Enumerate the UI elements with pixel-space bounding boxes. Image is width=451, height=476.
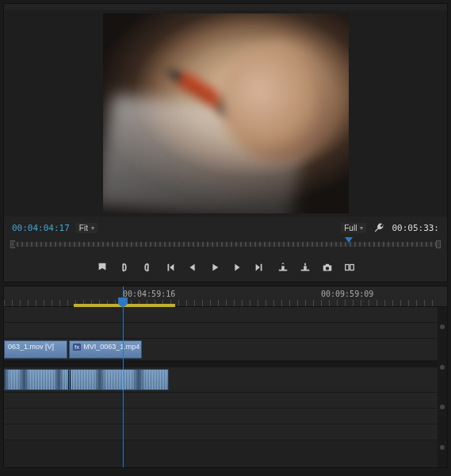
fx-badge-icon: fx [73, 344, 81, 351]
play-button[interactable] [208, 261, 221, 274]
track-v2[interactable] [4, 323, 438, 339]
lift-button[interactable] [277, 261, 289, 274]
step-forward-button[interactable] [231, 261, 243, 274]
scroll-handle-icon[interactable] [440, 445, 445, 450]
svg-rect-0 [345, 265, 348, 271]
add-marker-button[interactable] [96, 261, 109, 274]
transport-controls [4, 255, 447, 282]
fit-label: Fit [79, 224, 88, 232]
svg-rect-1 [350, 265, 353, 271]
video-frame [103, 13, 349, 213]
track-v1[interactable]: 063_1.mov [V]fxMVI_0063_1.mp4 [V] [4, 339, 438, 361]
scrub-track[interactable] [12, 242, 439, 247]
clip-label: MVI_0063_1.mp4 [V] [83, 343, 142, 351]
zoom-fit-dropdown[interactable]: Fit ▾ [76, 223, 97, 233]
ruler-timecode: 00:09:59:09 [321, 290, 373, 298]
video-clip[interactable]: fxMVI_0063_1.mp4 [V] [69, 340, 142, 359]
track-spacer [4, 361, 438, 367]
track-a1[interactable] [4, 367, 438, 393]
export-frame-button[interactable] [321, 261, 334, 274]
program-scrub-bar[interactable] [12, 237, 439, 255]
scroll-handle-icon[interactable] [440, 324, 445, 329]
chevron-down-icon: ▾ [91, 225, 94, 232]
track-a3[interactable] [4, 409, 438, 424]
scroll-handle-icon[interactable] [440, 405, 445, 409]
video-clip[interactable]: 063_1.mov [V] [4, 340, 67, 359]
clip-cut [68, 370, 69, 390]
resolution-label: Full [344, 224, 357, 232]
ruler-timecode: 00:04:59:16 [123, 290, 175, 298]
scrub-handle-right[interactable] [436, 240, 441, 248]
timeline-scrollbar[interactable] [438, 307, 447, 467]
waveform-icon [5, 370, 168, 390]
step-back-button[interactable] [186, 261, 199, 274]
chevron-down-icon: ▾ [360, 225, 363, 232]
duration-timecode[interactable]: 00:05:33: [392, 223, 439, 233]
scroll-handle-icon[interactable] [440, 365, 445, 370]
comparison-view-button[interactable] [343, 261, 356, 274]
scrub-playhead-icon[interactable] [345, 237, 353, 247]
goto-in-button[interactable] [164, 261, 177, 274]
timeline-playhead[interactable] [123, 286, 124, 467]
mark-out-button[interactable] [140, 261, 153, 274]
program-info-bar: 00:04:04:17 Fit ▾ Full ▾ 00:05:33: [4, 217, 447, 236]
clip-cut [70, 370, 71, 390]
program-monitor-panel: 00:04:04:17 Fit ▾ Full ▾ 00:05:33: [3, 3, 448, 282]
extract-button[interactable] [299, 261, 311, 274]
goto-out-button[interactable] [253, 261, 266, 274]
resolution-dropdown[interactable]: Full ▾ [341, 223, 366, 233]
audio-clip[interactable] [4, 369, 169, 390]
track-v3[interactable] [4, 307, 438, 323]
track-a4[interactable] [4, 424, 438, 440]
ruler-ticks [4, 300, 438, 306]
current-timecode[interactable]: 00:04:04:17 [12, 223, 70, 233]
timeline-panel: 00:04:59:1600:09:59:09 063_1.mov [V]fxMV… [3, 286, 448, 468]
time-ruler[interactable]: 00:04:59:1600:09:59:09 [4, 286, 447, 307]
track-a2[interactable] [4, 393, 438, 409]
settings-wrench-icon[interactable] [373, 221, 385, 234]
preview-area[interactable] [4, 10, 447, 217]
mark-in-button[interactable] [118, 261, 131, 274]
tracks-area: 063_1.mov [V]fxMVI_0063_1.mp4 [V] [4, 307, 438, 467]
clip-label: 063_1.mov [V] [8, 343, 54, 351]
